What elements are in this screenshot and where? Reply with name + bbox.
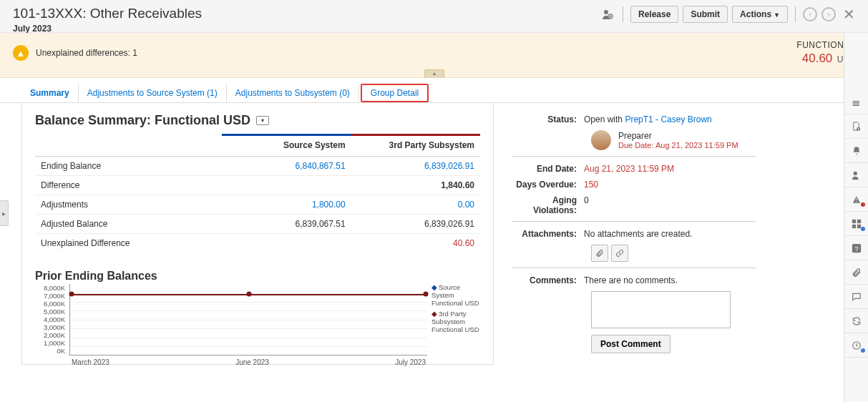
- page-header: 101-13XXX: Other Receivables July 2023 R…: [0, 0, 868, 33]
- status-label: Status:: [512, 114, 584, 124]
- svg-rect-6: [852, 224, 855, 227]
- tabs: Summary Adjustments to Source System (1)…: [0, 78, 868, 103]
- row-ending-balance: Ending Balance 6,840,867.51 6,839,026.91: [35, 157, 480, 176]
- end-date-label: End Date:: [512, 164, 584, 174]
- svg-text:?: ?: [854, 244, 858, 252]
- row-difference: Difference 1,840.60: [35, 176, 480, 195]
- next-icon[interactable]: ›: [821, 7, 836, 21]
- currency-dropdown-icon[interactable]: ▾: [256, 116, 269, 125]
- metadata-panel: Status: Open with PrepT1 - Casey Brown P…: [512, 103, 756, 353]
- close-icon[interactable]: ✕: [840, 6, 858, 23]
- svg-rect-5: [857, 219, 860, 222]
- expand-left-handle[interactable]: ▸: [0, 200, 9, 226]
- col-source-system: Source System: [222, 135, 351, 157]
- warning-icon: ▲: [13, 45, 29, 61]
- rail-refresh-icon[interactable]: [844, 309, 869, 333]
- comments-label: Comments:: [512, 275, 584, 285]
- preparer-role: Preparer: [618, 131, 738, 141]
- days-overdue-value: 150: [584, 180, 756, 190]
- status-user-link[interactable]: PrepT1 - Casey Brown: [625, 114, 711, 124]
- prev-icon[interactable]: ‹: [803, 7, 817, 21]
- tab-group-detail[interactable]: Group Detail: [361, 84, 429, 102]
- rail-grid-icon[interactable]: [844, 212, 869, 236]
- submit-button[interactable]: Submit: [683, 6, 728, 23]
- aging-violations-value: 0: [584, 195, 756, 205]
- rail-alert-icon[interactable]: [844, 187, 869, 212]
- svg-point-3: [853, 171, 857, 175]
- svg-point-0: [604, 10, 608, 14]
- rail-doc-icon[interactable]: [844, 114, 869, 139]
- attach-link-icon[interactable]: [611, 245, 628, 262]
- svg-rect-4: [852, 219, 855, 222]
- rail-list-icon[interactable]: ≣: [844, 90, 869, 114]
- balance-summary-panel: Balance Summary: Functional USD ▾ Source…: [21, 103, 494, 365]
- end-date-value: Aug 21, 2023 11:59 PM: [584, 164, 756, 174]
- rail-attach-icon[interactable]: [844, 260, 869, 285]
- attachments-label: Attachments:: [512, 229, 584, 239]
- legend-source: Source System Functional USD: [431, 284, 480, 308]
- tab-adjust-subsystem[interactable]: Adjustments to Subsystem (0): [227, 84, 359, 102]
- right-icon-rail: ≣ ?: [844, 33, 868, 402]
- col-subsystem: 3rd Party Subsystem: [351, 135, 480, 157]
- balance-table: Source System 3rd Party Subsystem Ending…: [35, 134, 480, 253]
- rail-comment-icon[interactable]: [844, 285, 869, 309]
- row-unexplained-difference: Unexplained Difference 40.60: [35, 234, 480, 253]
- page-title: 101-13XXX: Other Receivables: [13, 6, 202, 22]
- due-date: Aug 21, 2023 11:59 PM: [655, 141, 738, 149]
- release-button[interactable]: Release: [630, 6, 678, 23]
- row-adjustments: Adjustments 1,800.00 0.00: [35, 195, 480, 215]
- comments-value: There are no comments.: [584, 275, 756, 285]
- collapse-warning-handle[interactable]: ▴: [424, 69, 444, 78]
- rail-user-icon[interactable]: [844, 163, 869, 187]
- actions-button[interactable]: Actions▼: [732, 6, 788, 23]
- attachments-value: No attachments are created.: [584, 229, 756, 239]
- aging-violations-label: Aging Violations:: [512, 195, 584, 215]
- prior-balances-chart: 8,000K 7,000K 6,000K 5,000K 4,000K 3,000…: [35, 284, 480, 356]
- rail-clock-icon[interactable]: [844, 333, 869, 358]
- user-settings-icon[interactable]: [600, 6, 615, 22]
- comment-input[interactable]: [591, 291, 731, 328]
- row-adjusted-balance: Adjusted Balance 6,839,067.51 6,839,026.…: [35, 215, 480, 234]
- svg-rect-7: [857, 224, 860, 227]
- tab-adjust-source[interactable]: Adjustments to Source System (1): [79, 84, 227, 102]
- preparer-avatar: [591, 130, 611, 150]
- attach-file-icon[interactable]: [591, 245, 608, 262]
- warning-bar: ▲ Unexplained differences: 1 FUNCTIONAL …: [0, 33, 868, 78]
- legend-subsystem: 3rd Party Subsystem Functional USD: [431, 310, 480, 334]
- days-overdue-label: Days Overdue:: [512, 180, 584, 190]
- functional-value: 40.60: [802, 52, 833, 65]
- post-comment-button[interactable]: Post Comment: [591, 335, 670, 353]
- prior-balances-title: Prior Ending Balances: [35, 270, 480, 283]
- tab-summary[interactable]: Summary: [21, 84, 79, 102]
- rail-bell-icon[interactable]: [844, 139, 869, 163]
- balance-summary-title: Balance Summary: Functional USD: [35, 113, 250, 128]
- warning-text: Unexplained differences: 1: [36, 48, 137, 58]
- rail-help-icon[interactable]: ?: [844, 236, 869, 260]
